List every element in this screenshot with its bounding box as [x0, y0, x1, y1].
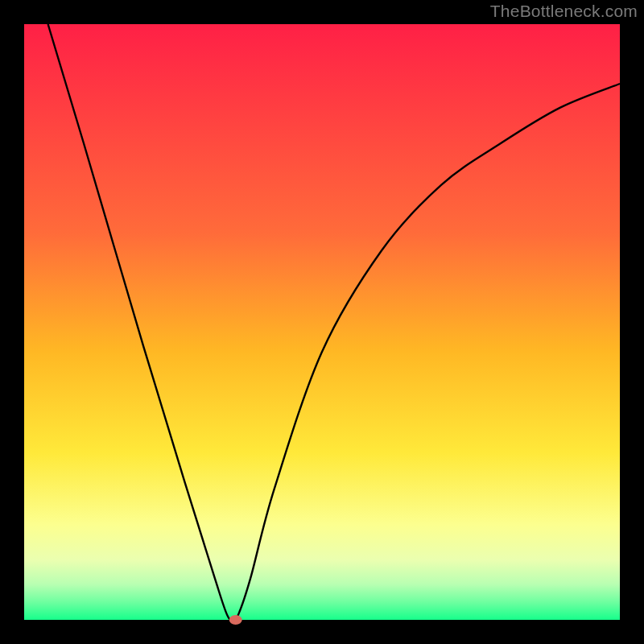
- watermark-text: TheBottleneck.com: [490, 2, 638, 21]
- plot-background: [24, 24, 620, 620]
- bottleneck-chart: [0, 0, 644, 644]
- optimum-marker: [229, 615, 242, 625]
- chart-frame: TheBottleneck.com: [0, 0, 644, 644]
